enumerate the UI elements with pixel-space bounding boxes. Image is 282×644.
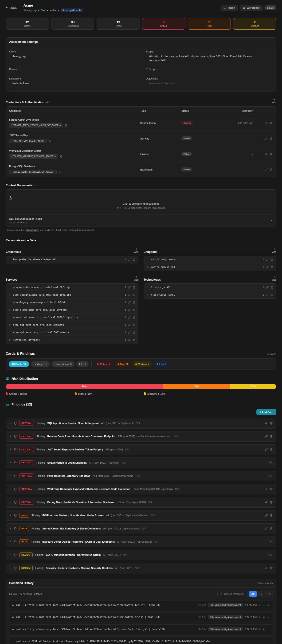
trash-icon[interactable] [271,266,273,268]
chevron-right-icon[interactable] [9,488,11,490]
chevron-right-icon[interactable] [9,527,11,530]
copy-icon[interactable] [259,628,261,630]
recon-item[interactable]: Flask Cloud Panel 1 [144,291,276,298]
chevron-right-icon[interactable] [9,309,11,311]
edit-icon[interactable] [128,294,131,296]
edit-icon[interactable] [128,308,131,311]
copy-icon[interactable] [60,155,62,158]
filter-chip[interactable]: Observations 0 [52,361,74,367]
recon-item[interactable]: acme-cloud.acme-corp.orb.local:80/http 1 [6,306,138,314]
edit-icon[interactable] [128,316,131,319]
edit-icon[interactable] [265,137,268,140]
filter-chip[interactable]: Info 0 [76,361,89,367]
trash-icon[interactable] [133,301,135,304]
chevron-right-icon[interactable] [9,567,11,569]
search-box[interactable] [217,591,248,597]
finding-row[interactable]: CRITICAL Finding JWT Secret Exposure Ena… [6,444,276,455]
edit-icon[interactable] [266,294,269,296]
credential-token[interactable]: {{BEARER_TOKEN_FORGED_ADMIN_JWT_TOKEN}} [9,123,63,128]
recon-item[interactable]: /api/cloud/command 1 [144,256,276,264]
chevron-right-icon[interactable] [9,301,11,304]
trash-icon[interactable] [133,339,135,341]
chevron-right-icon[interactable] [9,514,11,516]
finding-row[interactable]: HIGH Finding IDOR in User Orders - Unaut… [6,510,276,521]
credential-token[interactable]: {{CUSTOM_WERKZEUG_DEBUGGER_SECRET}} [9,154,58,158]
filter-success-button[interactable]: ✓ [259,591,265,597]
trash-icon[interactable] [133,258,135,261]
trash-icon[interactable] [133,331,135,334]
copy-icon[interactable] [259,604,261,606]
chevron-right-icon[interactable] [9,462,11,464]
edit-icon[interactable] [128,258,131,261]
copy-icon[interactable] [58,171,61,173]
edit-icon[interactable] [265,422,268,424]
severity-filter-chip[interactable]: Critical 7 [94,361,113,367]
search-input[interactable] [224,592,245,596]
trash-icon[interactable] [271,258,273,261]
trash-icon[interactable] [270,566,273,570]
edit-icon[interactable] [266,266,269,268]
trash-icon[interactable] [271,294,273,296]
edit-icon[interactable] [265,501,268,504]
add-technology-button[interactable]: +Add [272,275,276,281]
edit-icon[interactable] [128,301,131,304]
chevron-right-icon[interactable] [9,324,11,326]
chevron-right-icon[interactable] [9,448,11,451]
chevron-right-icon[interactable] [9,332,11,334]
chevron-right-icon[interactable] [9,540,11,543]
edit-icon[interactable] [265,461,268,464]
chevron-right-icon[interactable] [268,604,270,606]
chevron-right-icon[interactable] [9,554,11,556]
edit-icon[interactable] [266,286,269,288]
recon-item[interactable]: PostgreSQL Database Credentials 1 [6,256,138,263]
import-button[interactable]: Import [221,5,238,11]
recon-item[interactable]: PostgreSQL Database 1 [6,336,138,344]
edit-icon[interactable] [265,168,268,171]
finding-row[interactable]: HIGH Finding Insecure Direct Object Refe… [6,536,276,547]
trash-icon[interactable] [270,137,273,140]
finding-row[interactable]: CRITICAL Finding Werkzeug Debugger Expos… [6,484,276,494]
chevron-right-icon[interactable] [9,475,11,477]
trash-icon[interactable] [270,474,273,477]
trash-icon[interactable] [270,448,273,451]
chevron-right-icon[interactable] [268,628,270,630]
objectives-placeholder[interactable]: Assessment objectives [146,82,263,86]
recon-item[interactable]: acme-website.acme-corp.orb.local:80/http… [6,284,138,291]
scope-value[interactable]: Website: http://acme-corp.local API: htt… [146,54,263,62]
severity-filter-chip[interactable]: High 3 [115,361,130,367]
trash-icon[interactable] [270,168,273,171]
chevron-right-icon[interactable] [147,294,149,296]
chevron-right-icon[interactable] [9,435,11,438]
trash-icon[interactable] [271,286,273,288]
add-recon-credential-button[interactable]: +Add [134,247,138,253]
trash-icon[interactable] [270,501,273,504]
filter-all-button[interactable]: All [249,591,257,597]
finding-row[interactable]: CRITICAL Finding Path Traversal - Arbitr… [6,471,276,481]
trash-icon[interactable] [133,316,135,319]
trash-icon[interactable] [270,153,273,156]
edit-icon[interactable] [128,331,131,334]
trash-icon[interactable] [270,488,273,490]
recon-item[interactable]: acme-api.acme-corp.orb.local:80/http 1 [6,321,138,329]
client-value[interactable]: Acme_corp [9,54,127,58]
edit-icon[interactable] [265,153,268,156]
recon-item[interactable]: acme-legacy.acme-corp.orb.local:80/http … [6,299,138,306]
trash-icon[interactable] [270,527,273,530]
command-row[interactable]: curl -s -X POST -H "Authorization: Beare… [9,636,273,644]
edit-icon[interactable] [265,474,268,477]
trash-icon[interactable] [133,324,135,326]
add-endpoint-button[interactable]: +Add [272,247,276,253]
edit-icon[interactable] [265,435,268,438]
chevron-right-icon[interactable] [9,501,11,503]
chevron-right-icon[interactable] [9,258,11,260]
command-row[interactable]: curl -s "http://acme-corp.local:3001/api… [9,624,273,634]
edit-icon[interactable] [128,339,131,341]
edit-icon[interactable] [265,448,268,451]
trash-icon[interactable] [270,122,273,124]
severity-filter-chip[interactable]: Medium 2 [133,361,152,367]
chevron-right-icon[interactable] [9,339,11,341]
command-row[interactable]: curl -s "http://acme-corp.local:3001/api… [9,612,273,622]
filter-failed-button[interactable]: ✕ [267,591,273,597]
recon-item[interactable]: /api/cloud/upload 1 [144,264,276,271]
finding-row[interactable]: MEDIUM Finding CORS Misconfiguration - U… [6,550,276,560]
